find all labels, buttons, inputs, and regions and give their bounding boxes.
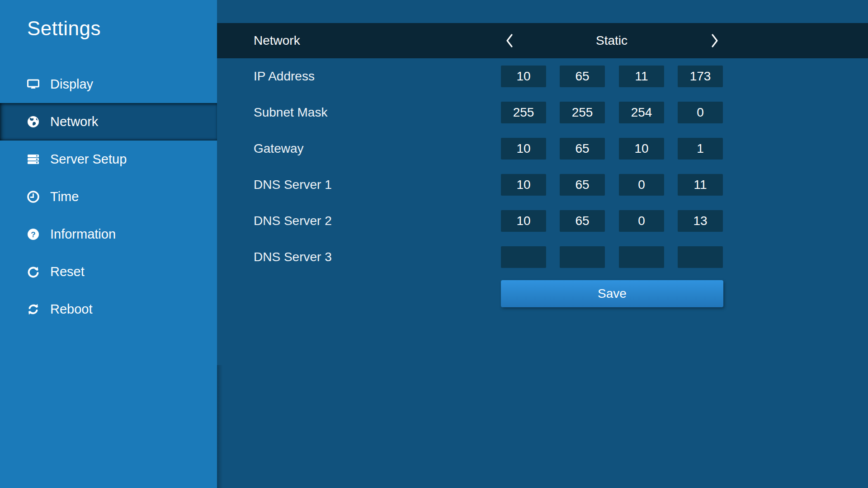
- subnet-mask-octet-4[interactable]: 0: [678, 102, 723, 123]
- row-label: DNS Server 3: [254, 250, 332, 264]
- subnet-mask-octet-3[interactable]: 254: [619, 102, 664, 123]
- network-icon: [27, 116, 39, 128]
- display-icon: [27, 78, 39, 90]
- form-row-dns-server-3: DNS Server 3: [217, 239, 868, 275]
- dns1-octet-4[interactable]: 11: [678, 174, 723, 196]
- dns1-octet-3[interactable]: 0: [619, 174, 664, 196]
- ip-address-octet-2[interactable]: 65: [560, 66, 605, 87]
- reboot-icon: [27, 303, 39, 315]
- sidebar-item-time[interactable]: Time: [0, 178, 217, 216]
- svg-text:?: ?: [31, 230, 35, 239]
- subnet-mask-octet-2[interactable]: 255: [560, 102, 605, 123]
- row-label: Gateway: [254, 141, 304, 156]
- sidebar-item-server-setup[interactable]: Server Setup: [0, 141, 217, 178]
- sidebar-item-reset[interactable]: Reset: [0, 253, 217, 291]
- form-row-gateway: Gateway 10 65 10 1: [217, 131, 868, 167]
- form-row-subnet-mask: Subnet Mask 255 255 254 0: [217, 94, 868, 131]
- chevron-left-icon[interactable]: [500, 31, 519, 51]
- dns3-octet-3[interactable]: [619, 246, 664, 268]
- subnet-mask-octet-1[interactable]: 255: [501, 102, 546, 123]
- form-row-dns-server-2: DNS Server 2 10 65 0 13: [217, 203, 868, 239]
- settings-sidebar: Settings Display Network: [0, 0, 217, 488]
- dns1-octet-2[interactable]: 65: [560, 174, 605, 196]
- form-row-dns-server-1: DNS Server 1 10 65 0 11: [217, 167, 868, 203]
- ip-address-octet-3[interactable]: 11: [619, 66, 664, 87]
- chevron-right-icon[interactable]: [705, 31, 725, 51]
- save-button[interactable]: Save: [501, 280, 723, 307]
- network-form: IP Address 10 65 11 173 Subnet Mask 255 …: [217, 58, 868, 275]
- dns3-octet-4[interactable]: [678, 246, 723, 268]
- sidebar-item-label: Network: [50, 114, 98, 129]
- dns3-octet-1[interactable]: [501, 246, 546, 268]
- time-icon: [27, 191, 39, 203]
- page-title: Network: [254, 33, 300, 48]
- form-row-ip-address: IP Address 10 65 11 173: [217, 58, 868, 94]
- sidebar-item-network[interactable]: Network: [0, 103, 217, 141]
- dns2-octet-4[interactable]: 13: [678, 210, 723, 232]
- row-label: DNS Server 1: [254, 178, 332, 192]
- gateway-octet-2[interactable]: 65: [560, 138, 605, 160]
- dns1-octet-1[interactable]: 10: [501, 174, 546, 196]
- dns2-octet-1[interactable]: 10: [501, 210, 546, 232]
- sidebar-item-label: Time: [50, 189, 79, 204]
- information-icon: ?: [27, 228, 39, 240]
- sidebar-item-reboot[interactable]: Reboot: [0, 291, 217, 328]
- sidebar-item-information[interactable]: ? Information: [0, 216, 217, 253]
- sidebar-item-label: Display: [50, 77, 93, 92]
- row-label: Subnet Mask: [254, 105, 327, 120]
- gateway-octet-3[interactable]: 10: [619, 138, 664, 160]
- sidebar-item-label: Reset: [50, 264, 85, 279]
- sidebar-item-label: Information: [50, 227, 116, 242]
- reset-icon: [27, 266, 39, 278]
- sidebar-item-label: Reboot: [50, 302, 93, 317]
- ip-address-octet-1[interactable]: 10: [501, 66, 546, 87]
- gateway-octet-4[interactable]: 1: [678, 138, 723, 160]
- server-icon: [27, 153, 39, 165]
- sidebar-item-label: Server Setup: [50, 152, 127, 167]
- dns2-octet-3[interactable]: 0: [619, 210, 664, 232]
- row-label: IP Address: [254, 69, 315, 84]
- sidebar-shadow: [217, 365, 223, 488]
- dns2-octet-2[interactable]: 65: [560, 210, 605, 232]
- network-mode-value: Static: [596, 33, 627, 48]
- sidebar-item-display[interactable]: Display: [0, 66, 217, 103]
- sidebar-title: Settings: [27, 17, 101, 40]
- content-header: Network Static: [217, 23, 868, 58]
- row-label: DNS Server 2: [254, 214, 332, 228]
- ip-address-octet-4[interactable]: 173: [678, 66, 723, 87]
- dns3-octet-2[interactable]: [560, 246, 605, 268]
- sidebar-menu: Display Network: [0, 66, 217, 328]
- gateway-octet-1[interactable]: 10: [501, 138, 546, 160]
